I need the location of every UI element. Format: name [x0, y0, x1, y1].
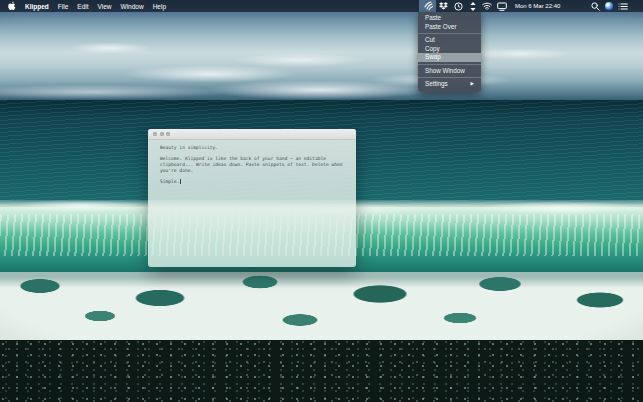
menu-window[interactable]: Window — [121, 3, 144, 10]
note-paragraph: Simple. — [160, 179, 350, 185]
notification-center-icon[interactable] — [618, 2, 628, 11]
apple-icon[interactable] — [7, 1, 16, 11]
menu-bar-far-right — [591, 2, 628, 11]
updown-arrows-icon[interactable] — [466, 0, 480, 12]
desktop: Beauty in simplicity. Welcome. Klipped i… — [0, 0, 643, 402]
menu-item-copy[interactable]: Copy — [418, 45, 481, 54]
menu-item-paste[interactable]: Paste — [418, 14, 481, 23]
menu-item-settings[interactable]: Settings ▶ — [418, 80, 481, 89]
klipped-dropdown-menu: Paste Paste Over Cut Copy Swap Show Wind… — [418, 12, 481, 92]
menu-item-paste-over[interactable]: Paste Over — [418, 23, 481, 32]
menu-bar: Klipped File Edit View Window Help — [0, 0, 643, 12]
dropbox-icon[interactable] — [436, 0, 451, 12]
menu-view[interactable]: View — [98, 3, 112, 10]
note-text-area[interactable]: Beauty in simplicity. Welcome. Klipped i… — [148, 140, 356, 185]
text-caret — [180, 179, 181, 184]
time-machine-icon[interactable] — [451, 0, 466, 12]
menu-separator — [418, 64, 481, 65]
klipped-menubar-icon[interactable] — [419, 0, 436, 12]
menu-edit[interactable]: Edit — [77, 3, 88, 10]
minimize-button[interactable] — [160, 132, 164, 136]
menu-help[interactable]: Help — [153, 3, 166, 10]
zoom-button[interactable] — [166, 132, 170, 136]
menu-bar-left: Klipped File Edit View Window Help — [0, 1, 166, 11]
menu-item-cut[interactable]: Cut — [418, 36, 481, 45]
wifi-icon[interactable] — [480, 0, 494, 12]
menu-separator — [418, 33, 481, 34]
klipped-note-window: Beauty in simplicity. Welcome. Klipped i… — [148, 129, 356, 267]
menu-item-show-window[interactable]: Show Window — [418, 67, 481, 76]
app-menu-klipped[interactable]: Klipped — [25, 3, 49, 10]
window-titlebar[interactable] — [148, 129, 356, 140]
note-paragraph: Welcome. Klipped is like the back of you… — [160, 156, 350, 173]
note-paragraph: Beauty in simplicity. — [160, 145, 350, 151]
menu-bar-clock[interactable]: Mon 6 Mar 22:40 — [515, 3, 560, 9]
airplay-display-icon[interactable] — [494, 0, 509, 12]
siri-icon[interactable] — [605, 2, 613, 10]
submenu-arrow-icon: ▶ — [471, 80, 474, 89]
menu-bar-status-items: Mon 6 Mar 22:40 — [419, 0, 628, 12]
menu-file[interactable]: File — [58, 3, 68, 10]
menu-item-swap[interactable]: Swap — [418, 53, 481, 62]
spotlight-search-icon[interactable] — [591, 2, 600, 11]
menu-separator — [418, 77, 481, 78]
close-button[interactable] — [153, 132, 157, 136]
